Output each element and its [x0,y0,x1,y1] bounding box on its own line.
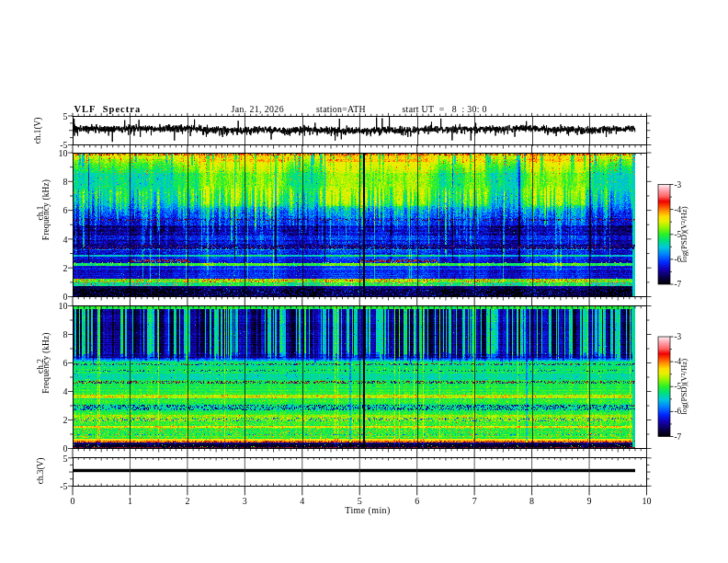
svg-text:8: 8 [529,496,534,506]
svg-text:ch.1(V): ch.1(V) [33,118,43,144]
svg-text:8: 8 [63,329,68,339]
svg-text:0: 0 [71,496,75,506]
svg-text:-3: -3 [675,180,682,190]
svg-text:3: 3 [243,496,247,506]
svg-text:log(PSD)(V²/Hz): log(PSD)(V²/Hz) [679,359,688,415]
svg-text:2: 2 [185,496,189,506]
svg-text:Frequency (kHz): Frequency (kHz) [41,332,51,393]
svg-text:10: 10 [643,496,652,506]
svg-text:4: 4 [63,386,68,396]
svg-text:Time (min): Time (min) [345,505,390,516]
svg-text:Jan. 21, 2026: Jan. 21, 2026 [232,104,284,114]
svg-text:1: 1 [128,496,132,506]
svg-text:VLF Spectra: VLF Spectra [74,104,142,114]
svg-text:-7: -7 [675,280,682,289]
svg-text:5: 5 [63,454,68,464]
svg-text:10: 10 [59,301,68,311]
svg-text:-5: -5 [60,481,67,491]
svg-text:6: 6 [415,496,419,506]
svg-text:7: 7 [472,496,477,506]
svg-text:-3: -3 [675,332,682,341]
svg-text:Frequency (kHz): Frequency (kHz) [41,179,51,240]
svg-text:2: 2 [63,415,68,425]
svg-text:5: 5 [63,111,68,121]
svg-text:9: 9 [587,496,592,506]
svg-text:start UT = 8 : 30: 0: start UT = 8 : 30: 0 [403,104,487,114]
svg-text:4: 4 [63,235,68,245]
svg-text:station=ATH: station=ATH [316,104,366,114]
svg-text:6: 6 [63,205,68,215]
svg-text:log(PSD)(V²/Hz): log(PSD)(V²/Hz) [679,206,688,262]
svg-text:8: 8 [63,177,68,187]
svg-text:4: 4 [300,496,304,506]
svg-text:0: 0 [63,443,68,454]
svg-text:-7: -7 [675,432,682,442]
svg-text:10: 10 [59,148,68,158]
svg-text:2: 2 [63,263,68,273]
svg-text:ch.3(V): ch.3(V) [36,458,46,485]
svg-text:6: 6 [63,358,68,368]
